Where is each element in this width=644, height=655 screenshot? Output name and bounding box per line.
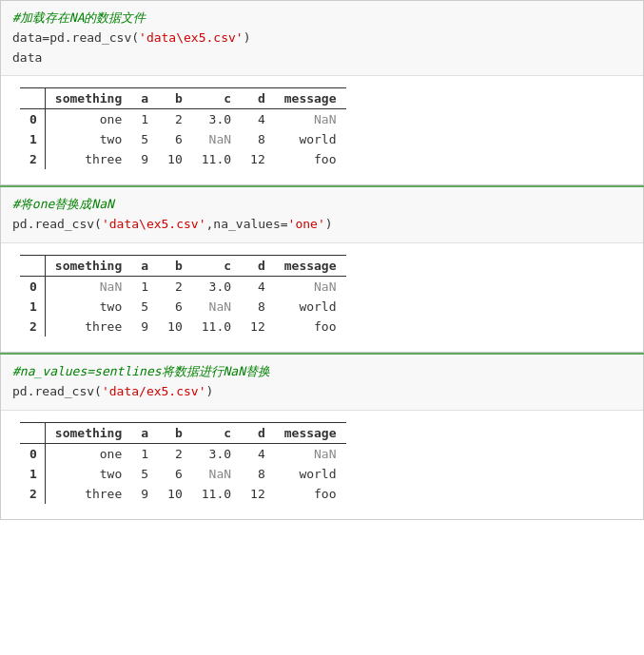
code-text-1a: data=pd.read_csv(	[12, 30, 139, 45]
td-message: world	[275, 297, 346, 317]
td-a: 9	[131, 317, 158, 337]
td-index: 2	[20, 149, 45, 169]
section-1: #加载存在NA的数据文件 data=pd.read_csv('data\ex5.…	[0, 0, 644, 185]
td-c: 11.0	[192, 317, 241, 337]
th-b-1: b	[158, 88, 192, 109]
table-header-row-3: something a b c d message	[20, 422, 346, 443]
table-row: 0 NaN 1 2 3.0 4 NaN	[20, 276, 346, 297]
table-row: 0 one 1 2 3.0 4 NaN	[20, 109, 346, 130]
td-index: 1	[20, 297, 45, 317]
th-a-1: a	[131, 88, 158, 109]
code-text-3c: )	[325, 217, 333, 231]
th-index-1	[20, 88, 45, 109]
th-a-3: a	[131, 422, 158, 443]
code-block-2: #将one替换成NaN pd.read_csv('data\ex5.csv',n…	[1, 187, 643, 243]
td-index: 0	[20, 109, 45, 130]
code-text-4a: pd.read_csv(	[12, 384, 102, 398]
th-message-2: message	[275, 255, 346, 276]
td-a: 5	[131, 297, 158, 317]
code-block-3: #na_values=sentlines将数据进行NaN替换 pd.read_c…	[1, 355, 643, 411]
td-c: 11.0	[192, 149, 241, 169]
th-d-2: d	[241, 255, 275, 276]
comment-line-1: #加载存在NA的数据文件	[12, 9, 632, 29]
table-header-row-2: something a b c d message	[20, 255, 346, 276]
td-c: NaN	[192, 464, 241, 484]
td-b: 6	[158, 464, 192, 484]
th-message-3: message	[275, 422, 346, 443]
td-message: NaN	[275, 276, 346, 297]
th-d-1: d	[241, 88, 275, 109]
td-c: 3.0	[192, 276, 241, 297]
td-b: 2	[158, 109, 192, 130]
code-text-4b: )	[206, 384, 214, 398]
td-d: 12	[241, 317, 275, 337]
th-something-3: something	[45, 422, 131, 443]
comment-line-2: #将one替换成NaN	[12, 195, 632, 215]
td-c: 3.0	[192, 443, 241, 464]
comment-text-1: #加载存在NA的数据文件	[12, 10, 146, 25]
table-header-row-1: something a b c d message	[20, 88, 346, 109]
td-d: 4	[241, 109, 275, 130]
table-wrapper-1: something a b c d message 0 one 1 2 3.0 …	[1, 76, 643, 184]
td-b: 6	[158, 129, 192, 149]
td-b: 10	[158, 484, 192, 504]
td-message: world	[275, 464, 346, 484]
table-row: 2 three 9 10 11.0 12 foo	[20, 317, 346, 337]
code-str-1a: 'data\ex5.csv'	[139, 30, 244, 45]
td-something: one	[45, 443, 131, 464]
table-row: 2 three 9 10 11.0 12 foo	[20, 484, 346, 504]
td-index: 1	[20, 464, 45, 484]
td-something: three	[45, 484, 131, 504]
td-message: NaN	[275, 443, 346, 464]
code-text-3b: ,na_values=	[206, 217, 288, 231]
td-b: 10	[158, 317, 192, 337]
td-d: 8	[241, 464, 275, 484]
td-a: 1	[131, 109, 158, 130]
data-table-3: something a b c d message 0 one 1 2 3.0 …	[20, 422, 346, 504]
code-block-1: #加载存在NA的数据文件 data=pd.read_csv('data\ex5.…	[1, 1, 643, 76]
td-a: 1	[131, 443, 158, 464]
th-index-3	[20, 422, 45, 443]
th-message-1: message	[275, 88, 346, 109]
th-a-2: a	[131, 255, 158, 276]
th-something-1: something	[45, 88, 131, 109]
td-c: 3.0	[192, 109, 241, 130]
td-a: 1	[131, 276, 158, 297]
table-row: 0 one 1 2 3.0 4 NaN	[20, 443, 346, 464]
td-d: 12	[241, 149, 275, 169]
td-b: 6	[158, 297, 192, 317]
th-b-3: b	[158, 422, 192, 443]
td-index: 0	[20, 276, 45, 297]
td-message: foo	[275, 317, 346, 337]
td-something: two	[45, 464, 131, 484]
table-row: 2 three 9 10 11.0 12 foo	[20, 149, 346, 169]
td-c: NaN	[192, 129, 241, 149]
td-something: two	[45, 129, 131, 149]
td-a: 5	[131, 129, 158, 149]
td-d: 12	[241, 484, 275, 504]
td-d: 4	[241, 276, 275, 297]
td-b: 2	[158, 443, 192, 464]
td-message: foo	[275, 484, 346, 504]
th-d-3: d	[241, 422, 275, 443]
code-line-4: pd.read_csv('data/ex5.csv')	[12, 382, 632, 402]
td-a: 9	[131, 484, 158, 504]
td-something: three	[45, 317, 131, 337]
td-a: 5	[131, 464, 158, 484]
td-d: 4	[241, 443, 275, 464]
table-wrapper-3: something a b c d message 0 one 1 2 3.0 …	[1, 411, 643, 519]
th-c-3: c	[192, 422, 241, 443]
code-str-4a: 'data/ex5.csv'	[102, 384, 206, 398]
code-str-3a: 'data\ex5.csv'	[102, 217, 206, 231]
table-row: 1 two 5 6 NaN 8 world	[20, 464, 346, 484]
th-index-2	[20, 255, 45, 276]
td-index: 2	[20, 317, 45, 337]
td-something: three	[45, 149, 131, 169]
td-b: 10	[158, 149, 192, 169]
table-wrapper-2: something a b c d message 0 NaN 1 2 3.0 …	[1, 243, 643, 352]
table-row: 1 two 5 6 NaN 8 world	[20, 129, 346, 149]
td-index: 0	[20, 443, 45, 464]
code-line-3: pd.read_csv('data\ex5.csv',na_values='on…	[12, 215, 632, 235]
table-row: 1 two 5 6 NaN 8 world	[20, 297, 346, 317]
td-a: 9	[131, 149, 158, 169]
